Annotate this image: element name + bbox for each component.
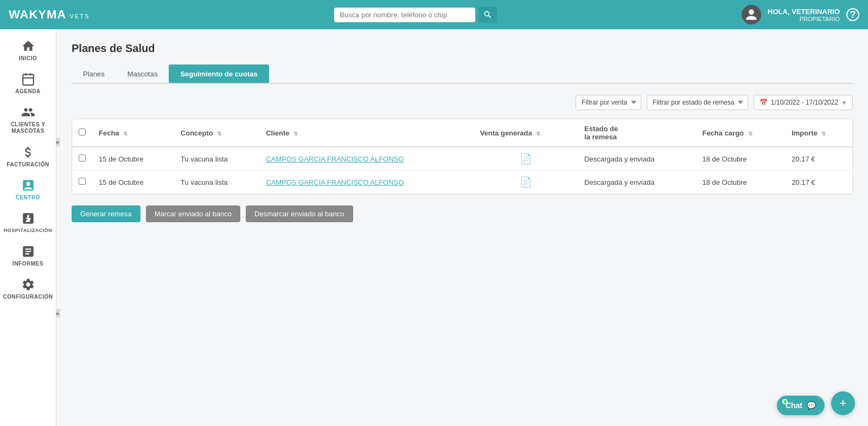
table-row: 15 de Octubre Tu vacuna lista CAMPOS GAR…: [72, 147, 852, 171]
search-area: [334, 7, 497, 23]
logo-text: WAKYMA VETS: [9, 8, 90, 22]
sidebar-label-configuracion: CONFIGURACIÓN: [3, 294, 53, 300]
sidebar-label-centro: CENTRO: [16, 195, 40, 201]
chat-bubble[interactable]: Chat 💬: [777, 396, 825, 415]
row-concepto: Tu vacuna lista: [174, 171, 259, 194]
svg-rect-2: [23, 74, 34, 85]
row-estado: Descargada y enviada: [578, 171, 695, 194]
actions-row: Generar remesa Marcar enviado al banco D…: [72, 205, 853, 222]
chat-widget[interactable]: Chat 💬: [777, 396, 825, 415]
help-icon[interactable]: ?: [846, 8, 859, 21]
col-cliente[interactable]: Cliente ⇅: [259, 119, 474, 147]
table-header-row: Fecha ⇅ Concepto ⇅ Cliente ⇅ Venta gener…: [72, 119, 852, 147]
svg-rect-7: [25, 218, 30, 219]
calendar-icon: 📅: [760, 99, 768, 106]
row-checkbox-0[interactable]: [79, 154, 86, 162]
sidebar-label-inicio: INICIO: [19, 55, 37, 61]
sidebar-item-agenda[interactable]: AGENDA: [0, 67, 56, 100]
col-venta[interactable]: Venta generada ⇅: [474, 119, 578, 147]
svg-point-0: [485, 11, 489, 16]
tab-planes[interactable]: Planes: [72, 64, 116, 83]
svg-line-1: [489, 16, 491, 18]
row-venta[interactable]: 📄: [474, 171, 578, 194]
filters-row: Filtrar por venta Filtrar por estado de …: [72, 95, 853, 110]
sidebar-arrow-bottom[interactable]: ▶: [56, 309, 60, 318]
search-button[interactable]: [478, 7, 497, 23]
svg-rect-6: [27, 216, 28, 220]
select-all-cell: [72, 119, 92, 147]
table-row: 15 de Octubre Tu vacuna lista CAMPOS GAR…: [72, 171, 852, 194]
sidebar-label-hospitalizacion: HOSPITALIZACIÓN: [4, 228, 52, 234]
user-greeting: HOLA, VETERINARIO: [768, 8, 840, 16]
search-icon: [483, 10, 492, 19]
date-range-filter[interactable]: 📅 1/10/2022 - 17/10/2022 ▼: [754, 95, 853, 110]
col-estado[interactable]: Estado dela remesa: [578, 119, 695, 147]
row-venta[interactable]: 📄: [474, 147, 578, 171]
user-info: HOLA, VETERINARIO PROPIETARIO: [768, 8, 840, 22]
header-right: HOLA, VETERINARIO PROPIETARIO ?: [742, 5, 859, 24]
chat-label: Chat: [786, 401, 802, 410]
date-range-text: 1/10/2022 - 17/10/2022: [771, 99, 838, 106]
sidebar-item-facturacion[interactable]: FACTURACIÓN: [0, 140, 56, 173]
row-fecha: 15 de Octubre: [92, 171, 174, 194]
main-layout: INICIO AGENDA CLIENTES YMASCOTAS FACTURA…: [0, 29, 868, 426]
sidebar-item-informes[interactable]: INFORMES: [0, 239, 56, 272]
row-checkbox-1[interactable]: [79, 178, 86, 185]
tabs-bar: Planes Mascotas Seguimiento de cuotas: [72, 64, 853, 84]
sidebar-arrow-top[interactable]: ▶: [56, 138, 60, 146]
chat-online-indicator: [782, 399, 788, 404]
col-fecha[interactable]: Fecha ⇅: [92, 119, 174, 147]
chat-icon: 💬: [807, 401, 816, 410]
col-concepto[interactable]: Concepto ⇅: [174, 119, 259, 147]
sidebar-label-informes: INFORMES: [12, 261, 43, 267]
generar-remesa-button[interactable]: Generar remesa: [72, 205, 141, 222]
row-cliente[interactable]: CAMPOS GARCIA FRANCISCO ALFONSO: [259, 171, 474, 194]
cuotas-table: Fecha ⇅ Concepto ⇅ Cliente ⇅ Venta gener…: [72, 119, 852, 194]
user-role: PROPIETARIO: [768, 16, 840, 22]
logo-area: WAKYMA VETS: [9, 8, 90, 22]
row-estado: Descargada y enviada: [578, 147, 695, 171]
row-cliente[interactable]: CAMPOS GARCIA FRANCISCO ALFONSO: [259, 147, 474, 171]
sidebar-label-agenda: AGENDA: [15, 88, 40, 94]
date-filter-arrow: ▼: [841, 100, 847, 106]
row-fecha-cargo: 18 de Octubre: [695, 171, 785, 194]
row-fecha-cargo: 18 de Octubre: [695, 147, 785, 171]
sidebar-item-configuracion[interactable]: CONFIGURACIÓN: [0, 272, 56, 305]
sidebar-label-facturacion: FACTURACIÓN: [7, 162, 49, 167]
sidebar-item-centro[interactable]: CENTRO: [0, 173, 56, 206]
col-importe[interactable]: Importe ⇅: [785, 119, 852, 147]
sidebar-item-clientes[interactable]: CLIENTES YMASCOTAS: [0, 100, 56, 140]
avatar[interactable]: [742, 5, 761, 24]
page-title: Planes de Salud: [72, 42, 853, 55]
table-wrapper: Fecha ⇅ Concepto ⇅ Cliente ⇅ Venta gener…: [72, 119, 853, 195]
sidebar-label-clientes: CLIENTES YMASCOTAS: [11, 121, 46, 134]
tab-mascotas[interactable]: Mascotas: [116, 64, 169, 83]
filter-venta[interactable]: Filtrar por venta: [576, 95, 641, 110]
row-fecha: 15 de Octubre: [92, 147, 174, 171]
chat-fab-button[interactable]: +: [831, 391, 855, 415]
filter-remesa[interactable]: Filtrar por estado de remesa: [647, 95, 748, 110]
row-checkbox-cell: [72, 147, 92, 171]
doc-icon[interactable]: 📄: [520, 153, 532, 164]
row-concepto: Tu vacuna lista: [174, 147, 259, 171]
select-all-checkbox[interactable]: [79, 128, 86, 135]
desmarcar-banco-button[interactable]: Desmarcar enviado al banco: [246, 205, 353, 222]
col-fecha-cargo[interactable]: Fecha cargo ⇅: [695, 119, 785, 147]
row-importe: 20.17 €: [785, 147, 852, 171]
sidebar: INICIO AGENDA CLIENTES YMASCOTAS FACTURA…: [0, 29, 56, 426]
search-input[interactable]: [334, 8, 475, 22]
row-checkbox-cell: [72, 171, 92, 194]
marcar-banco-button[interactable]: Marcar enviado al banco: [146, 205, 240, 222]
doc-icon[interactable]: 📄: [520, 177, 532, 188]
row-importe: 20.17 €: [785, 171, 852, 194]
sidebar-item-hospitalizacion[interactable]: HOSPITALIZACIÓN: [0, 206, 56, 239]
header: WAKYMA VETS HOLA, VETERINARIO PROPIETARI…: [0, 0, 868, 29]
sidebar-item-inicio[interactable]: INICIO: [0, 34, 56, 67]
tab-seguimiento[interactable]: Seguimiento de cuotas: [169, 64, 269, 83]
content-area: Planes de Salud Planes Mascotas Seguimie…: [56, 29, 868, 426]
